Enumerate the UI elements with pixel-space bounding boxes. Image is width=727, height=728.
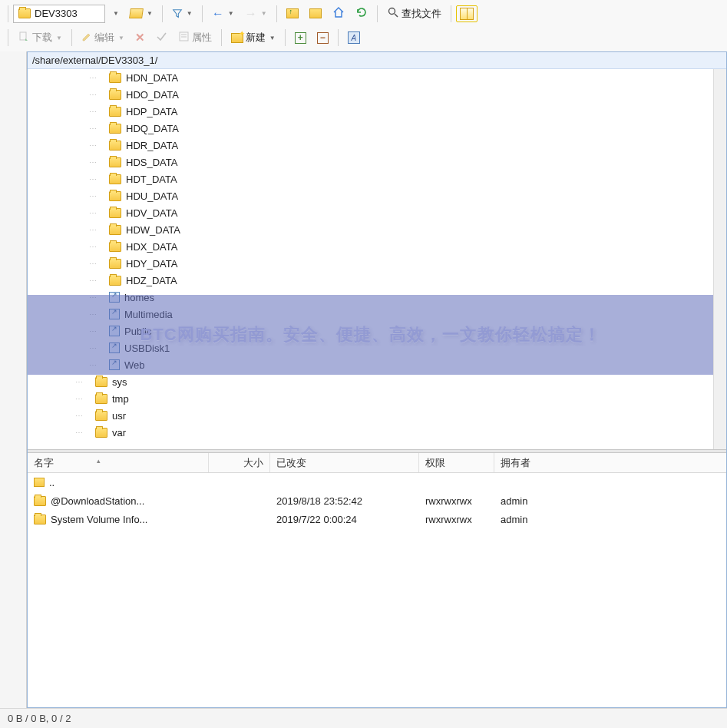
search-icon: [387, 6, 399, 21]
tree-item[interactable]: ⋯HDZ_DATA: [28, 272, 713, 289]
file-owner: admin: [501, 514, 527, 525]
tree-item[interactable]: ⋯HDV_DATA: [28, 204, 713, 221]
a-toggle-button[interactable]: A: [343, 28, 365, 47]
home-button[interactable]: [328, 3, 349, 24]
toolbar-row-1: DEV3303 ▼ ▼ ▼ ←▼ →▼ 查找文件: [0, 0, 727, 27]
find-files-button[interactable]: 查找文件: [382, 3, 446, 24]
refresh-button[interactable]: [351, 3, 372, 24]
tree-item[interactable]: ⋯sys: [28, 373, 713, 390]
expand-button[interactable]: +: [290, 29, 311, 47]
list-body[interactable]: ..@DownloadStation...2019/8/18 23:52:42r…: [28, 473, 726, 707]
watermark-text: BTC网购买指南。安全、便捷、高效，一文教你轻松搞定！: [140, 323, 600, 346]
path-dropdown[interactable]: DEV3303: [13, 5, 105, 23]
tree-item-label: HDO_DATA: [126, 89, 179, 101]
tree-item-label: HDX_DATA: [126, 241, 177, 253]
tree-connector: ⋯: [89, 260, 101, 268]
tree-item[interactable]: ⋯usr: [28, 407, 713, 424]
home-icon: [332, 6, 345, 21]
tree-item[interactable]: ⋯HDP_DATA: [28, 103, 713, 120]
tree-item[interactable]: ⋯HDQ_DATA: [28, 120, 713, 137]
file-perm: rwxrwxrwx: [425, 514, 472, 525]
tree-connector: ⋯: [89, 124, 101, 133]
parent-folder-button[interactable]: [282, 5, 303, 22]
new-label: 新建: [246, 31, 266, 45]
tree-item[interactable]: ⋯HDY_DATA: [28, 255, 713, 272]
list-pane: 名字 ▴ 大小 已改变 权限 拥有者 ..@DownloadStation...…: [28, 453, 726, 707]
nav-forward-button[interactable]: →▼: [240, 4, 272, 24]
tree-item[interactable]: ⋯HDX_DATA: [28, 238, 713, 255]
folder-up-icon: [286, 8, 299, 18]
tree-connector: ⋯: [89, 209, 101, 217]
column-name[interactable]: 名字 ▴: [28, 453, 209, 472]
toolbar-separator: [221, 29, 222, 46]
column-changed[interactable]: 已改变: [270, 453, 419, 472]
tree-item[interactable]: ⋯tmp: [28, 390, 713, 407]
properties-button[interactable]: 属性: [173, 28, 216, 48]
new-button[interactable]: 新建 ▼: [226, 28, 280, 48]
list-row[interactable]: ..: [28, 473, 726, 491]
plus-icon: +: [295, 32, 306, 44]
tree-item-label: usr: [112, 410, 126, 422]
properties-label: 属性: [192, 31, 212, 45]
tree-item[interactable]: ⋯HDW_DATA: [28, 221, 713, 238]
tree-scroll[interactable]: BTC网购买指南。安全、便捷、高效，一文教你轻松搞定！ ⋯HDN_DATA⋯HD…: [28, 69, 713, 449]
minus-icon: −: [317, 32, 329, 44]
folder-icon: [309, 8, 322, 18]
tree-item[interactable]: ⋯HDO_DATA: [28, 86, 713, 103]
path-bar[interactable]: /share/external/DEV3303_1/: [28, 52, 726, 69]
watermark-overlay: BTC网购买指南。安全、便捷、高效，一文教你轻松搞定！: [28, 295, 713, 375]
list-row[interactable]: @DownloadStation...2019/8/18 23:52:42rwx…: [28, 491, 726, 510]
folder-icon: [109, 157, 121, 167]
tree-item[interactable]: ⋯var: [28, 424, 713, 441]
tree-connector: ⋯: [89, 243, 101, 251]
collapse-button[interactable]: −: [312, 29, 333, 47]
tree-connector: ⋯: [89, 141, 101, 150]
tree-connector: ⋯: [75, 412, 88, 420]
toolbar-separator: [338, 29, 339, 46]
column-owner-label: 拥有者: [501, 456, 530, 470]
list-row[interactable]: System Volume Info...2019/7/22 0:00:24rw…: [28, 510, 726, 528]
folder-icon: [95, 411, 107, 421]
content-area: /share/external/DEV3303_1/ BTC网购买指南。安全、便…: [27, 51, 727, 708]
path-dropdown-arrow[interactable]: ▼: [107, 7, 124, 20]
check-button[interactable]: [151, 28, 172, 48]
svg-rect-2: [20, 32, 26, 40]
tree-item-label: var: [112, 427, 126, 438]
chevron-down-icon: ▼: [56, 35, 62, 41]
tree-item[interactable]: ⋯HDR_DATA: [28, 137, 713, 154]
tree-item-label: HDY_DATA: [126, 258, 177, 270]
open-folder-button[interactable]: ▼: [125, 5, 157, 22]
tree-item[interactable]: ⋯HDT_DATA: [28, 170, 713, 187]
tree-item[interactable]: ⋯HDS_DATA: [28, 154, 713, 170]
file-name: ..: [49, 477, 55, 488]
scrollbar-vertical[interactable]: [713, 69, 726, 449]
nav-back-button[interactable]: ←▼: [207, 4, 239, 24]
status-bar: 0 B / 0 B, 0 / 2: [0, 708, 727, 728]
x-icon: ✕: [135, 31, 145, 45]
edit-button[interactable]: 编辑 ▼: [77, 28, 129, 48]
panel-layout-button[interactable]: [456, 5, 478, 22]
delete-button[interactable]: ✕: [131, 28, 150, 48]
download-button[interactable]: 下载 ▼: [13, 28, 67, 48]
column-owner[interactable]: 拥有者: [494, 453, 556, 472]
root-folder-button[interactable]: [305, 5, 326, 22]
folder-icon: [109, 73, 121, 83]
tree-item-label: HDS_DATA: [126, 157, 177, 168]
tree-connector: ⋯: [89, 192, 101, 200]
download-icon: [18, 31, 30, 45]
tree-item-label: HDR_DATA: [126, 140, 178, 151]
toolbar-row-2: 下载 ▼ 编辑 ▼ ✕ 属性 新建 ▼ + − A: [0, 27, 727, 51]
tree-connector: ⋯: [75, 395, 88, 403]
status-text: 0 B / 0 B, 0 / 2: [8, 713, 71, 724]
toolbar-separator: [276, 5, 277, 22]
file-name: System Volume Info...: [51, 514, 147, 525]
column-size[interactable]: 大小: [209, 453, 270, 472]
folder-up-icon: [34, 478, 45, 487]
tree-item[interactable]: ⋯HDU_DATA: [28, 187, 713, 204]
tree-item-label: HDN_DATA: [126, 72, 178, 84]
folder-icon: [95, 377, 107, 387]
filter-button[interactable]: ▼: [167, 5, 197, 22]
tree-item-label: sys: [112, 376, 127, 388]
column-perm[interactable]: 权限: [419, 453, 494, 472]
tree-item[interactable]: ⋯HDN_DATA: [28, 69, 713, 86]
